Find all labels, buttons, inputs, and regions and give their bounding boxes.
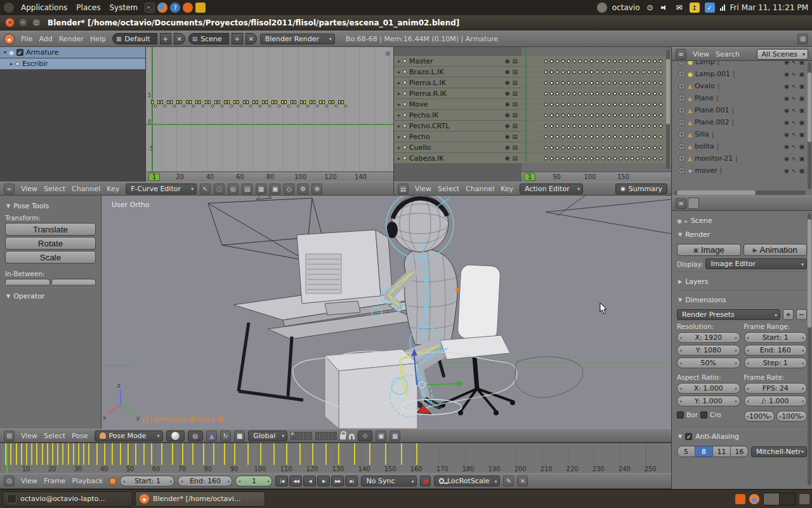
help-launcher-icon[interactable]: ? bbox=[170, 3, 180, 13]
action-channel[interactable]: ▸ Pecho.CRTL bbox=[394, 121, 521, 131]
render-engine-dropdown[interactable]: Blender Render bbox=[260, 34, 335, 44]
outliner-item[interactable]: Ovalo | bbox=[672, 80, 807, 92]
playback-button[interactable] bbox=[345, 476, 358, 486]
keyframe-diamond[interactable] bbox=[544, 134, 548, 138]
keyframe-diamond[interactable] bbox=[601, 58, 605, 63]
ghost-curves-icon[interactable]: ◌ bbox=[214, 184, 225, 194]
lock-icon[interactable] bbox=[340, 434, 346, 439]
editor-type-icon[interactable]: ▤ bbox=[398, 184, 409, 194]
scrollbar[interactable] bbox=[666, 50, 670, 169]
keyframe-diamond[interactable] bbox=[641, 112, 646, 117]
editor-type-icon[interactable]: ≡ bbox=[676, 49, 686, 60]
expand-icon[interactable]: ▸ bbox=[398, 156, 400, 161]
renderability-icon[interactable] bbox=[799, 95, 804, 102]
layer-toggle[interactable] bbox=[333, 432, 337, 436]
pivot-dropdown[interactable]: ◎ bbox=[188, 431, 204, 441]
fcurve-key[interactable] bbox=[300, 100, 303, 104]
action-frame-ruler[interactable]: 1 50100150 bbox=[521, 171, 671, 182]
panel-header-operator[interactable]: ▼Operator bbox=[5, 290, 96, 303]
keyframe-diamond[interactable] bbox=[572, 58, 577, 63]
keyframe-diamond[interactable] bbox=[630, 80, 634, 84]
editor-type-icon[interactable]: ≈ bbox=[4, 184, 15, 194]
layer-toggle[interactable] bbox=[324, 432, 328, 436]
keyframe-diamond[interactable] bbox=[572, 134, 577, 138]
keyframe-diamond[interactable] bbox=[619, 69, 623, 74]
visibility-icon[interactable] bbox=[505, 101, 510, 107]
keyframe-diamond[interactable] bbox=[606, 112, 611, 117]
fcurve-key[interactable] bbox=[262, 100, 265, 104]
expand-icon[interactable] bbox=[678, 155, 685, 162]
keyframe-diamond[interactable] bbox=[653, 134, 657, 138]
fcurve-key[interactable] bbox=[186, 100, 188, 104]
keyframe-diamond[interactable] bbox=[561, 80, 565, 84]
panel-menu-item[interactable]: Applications bbox=[16, 1, 72, 14]
action-key-row[interactable] bbox=[521, 131, 671, 142]
visibility-icon[interactable] bbox=[784, 107, 789, 114]
fcurve-key[interactable] bbox=[167, 100, 169, 104]
keyframe-diamond[interactable] bbox=[584, 123, 588, 128]
keyframe-diamond[interactable] bbox=[658, 134, 663, 138]
keyframe-diamond[interactable] bbox=[544, 91, 548, 95]
action-menu-item[interactable]: Key bbox=[497, 184, 516, 194]
selectability-icon[interactable] bbox=[792, 95, 797, 102]
lock-icon[interactable] bbox=[512, 69, 518, 75]
keyframe-diamond[interactable] bbox=[578, 102, 582, 106]
keyframe-diamond[interactable] bbox=[584, 80, 588, 84]
keyframe-diamond[interactable] bbox=[589, 156, 594, 160]
keyframe-diamond[interactable] bbox=[584, 145, 588, 149]
keyframe-diamond[interactable] bbox=[606, 134, 611, 138]
window-duplicate-icon[interactable]: ⊞ bbox=[797, 34, 808, 44]
fcurve-key[interactable] bbox=[268, 104, 272, 108]
playback-button[interactable] bbox=[317, 476, 330, 486]
keyframe-diamond[interactable] bbox=[589, 69, 594, 74]
keyframe-diamond[interactable] bbox=[561, 102, 565, 106]
keyframe-diamond[interactable] bbox=[595, 156, 599, 160]
fcurve-key[interactable] bbox=[275, 100, 277, 104]
window-maximize-button[interactable]: □ bbox=[32, 18, 41, 27]
expand-icon[interactable]: ▸ bbox=[398, 112, 400, 118]
keyframe-diamond[interactable] bbox=[624, 80, 629, 84]
keyframe-diamond[interactable] bbox=[613, 80, 617, 84]
properties-tab[interactable] bbox=[796, 197, 808, 209]
keyframe-diamond[interactable] bbox=[589, 58, 594, 63]
visibility-icon[interactable] bbox=[505, 90, 510, 97]
frame-start-field[interactable]: Start: 1 bbox=[744, 332, 808, 343]
view-settings-icon[interactable]: ⚙ bbox=[298, 184, 308, 194]
action-key-row[interactable] bbox=[521, 142, 671, 152]
keyframe-diamond[interactable] bbox=[566, 58, 571, 63]
sync-dropdown[interactable]: No Sync bbox=[361, 476, 417, 486]
keyframe-diamond[interactable] bbox=[555, 134, 560, 138]
fcurve-key[interactable] bbox=[214, 100, 217, 104]
fcurve-key[interactable] bbox=[313, 100, 315, 104]
fcurve-key[interactable] bbox=[176, 100, 179, 104]
keyframe-diamond[interactable] bbox=[578, 80, 582, 84]
action-channel[interactable]: ▸ Pecho.IK bbox=[394, 110, 521, 120]
keyframe-diamond[interactable] bbox=[624, 102, 629, 106]
software-center-launcher-icon[interactable] bbox=[183, 3, 193, 13]
keyframe-diamond[interactable] bbox=[584, 58, 588, 63]
keyframe-diamond[interactable] bbox=[561, 58, 565, 63]
outliner-item[interactable]: monitor-21 | bbox=[672, 152, 807, 164]
aa-sample-option[interactable]: 16 bbox=[731, 446, 748, 457]
keyframe-diamond[interactable] bbox=[653, 112, 657, 117]
expand-icon[interactable] bbox=[678, 167, 685, 174]
renderability-icon[interactable] bbox=[799, 156, 804, 162]
keyframe-diamond[interactable] bbox=[641, 69, 646, 74]
action-key-row[interactable] bbox=[521, 121, 671, 131]
keyframe-diamond[interactable] bbox=[630, 58, 634, 63]
fcurve-frame-ruler[interactable]: 1 20406080100120140 bbox=[146, 171, 393, 182]
keyframe-diamond[interactable] bbox=[566, 91, 571, 95]
action-key-row[interactable] bbox=[521, 56, 671, 66]
keyframe-diamond[interactable] bbox=[606, 58, 611, 63]
keyframe-diamond[interactable] bbox=[578, 156, 582, 160]
keyframe-diamond[interactable] bbox=[572, 80, 577, 84]
scrollbar[interactable] bbox=[808, 213, 811, 485]
fcurve-key[interactable] bbox=[205, 100, 207, 104]
border-checkbox[interactable] bbox=[677, 411, 684, 418]
keyframe-diamond[interactable] bbox=[584, 112, 588, 117]
aa-sample-option[interactable]: 11 bbox=[713, 446, 731, 457]
keyframe-diamond[interactable] bbox=[584, 91, 588, 95]
layer-toggle[interactable] bbox=[295, 432, 299, 436]
taskbar-item-terminal[interactable]: octavio@octavio-lapto... bbox=[3, 491, 133, 507]
layer-toggle[interactable] bbox=[304, 436, 308, 440]
